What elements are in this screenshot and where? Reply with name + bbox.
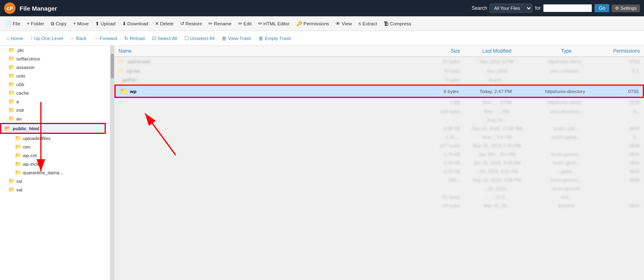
table-row[interactable]: Aug 19...: [114, 116, 644, 124]
sidebar-item-val[interactable]: 📁 val: [0, 185, 106, 194]
table-row[interactable]: 118 bytes Sep..., ...PM unix-directory..…: [114, 107, 644, 116]
settings-button[interactable]: ⚙ Settings: [612, 4, 640, 12]
file-button[interactable]: 📄File: [2, 19, 23, 28]
sidebar-item-wp-includ[interactable]: 📁 wp-includ: [0, 160, 106, 168]
home-button[interactable]: ⌂ Home: [3, 34, 27, 42]
edit-button[interactable]: ✏Edit: [235, 19, 255, 28]
folder-open-icon: 📂: [4, 125, 11, 131]
sidebar-item-u5b[interactable]: 📁 u5b: [0, 80, 106, 89]
restore-button[interactable]: ↺Restore: [177, 19, 205, 28]
column-header-permissions[interactable]: Permissions: [599, 48, 640, 54]
column-header-type[interactable]: Type: [534, 48, 599, 54]
table-row[interactable]: 📁cgi-bin 9 bytes Nov 2019 unix-common...…: [114, 67, 644, 76]
sidebar-item-label: a: [16, 99, 19, 104]
table-row[interactable]: 1.73 KB Jan 200... 5:0 PM text/x-generi.…: [114, 150, 644, 159]
sidebar-item-public-html[interactable]: 📂 public_html: [0, 123, 106, 134]
move-button[interactable]: +Move: [70, 19, 92, 28]
table-row[interactable]: ...getFile... 3 bytes Aug 8...: [114, 76, 644, 84]
sidebar-item-quarantine[interactable]: 📁 quarantine_dama...: [0, 168, 106, 177]
upload-button[interactable]: ⬆Upload: [92, 19, 118, 28]
forward-button[interactable]: → Forward: [91, 34, 121, 42]
file-list: 📁.well-known 26 bytes Mar 2019, 8 PM htt…: [114, 57, 644, 280]
download-icon: ⬇: [122, 21, 126, 27]
back-button[interactable]: ← Back: [67, 34, 90, 42]
sidebar-item-uploadedfiles[interactable]: 📁 uploadedfiles: [0, 134, 106, 142]
table-row[interactable]: 1.43 KB Jun 25, 2019, 3:19 AM text/x-gen…: [114, 159, 644, 167]
sidebar-item-wp-cnt[interactable]: 📁 wp-cnt: [0, 151, 106, 160]
compress-icon: 🗜: [384, 21, 389, 27]
table-row[interactable]: 59 bytes Mar 18, 20... text/xml 0644: [114, 202, 644, 210]
permissions-icon: 🔑: [296, 21, 302, 27]
table-row[interactable]: 1.35 ... Nov..., 3:4 PM text/x-genet... …: [114, 133, 644, 142]
sidebar-item-label: assassin: [16, 65, 35, 70]
table-row-wp[interactable]: 📁 wp 6 bytes Today, 2:47 PM httpd/unix-d…: [114, 84, 644, 98]
folder-plus-icon: +: [27, 21, 30, 27]
table-row[interactable]: 📁 1 KB Nov..., ...3 PM httpd/unix-direct…: [114, 98, 644, 107]
sidebar-item-unts[interactable]: 📁 unts: [0, 71, 106, 80]
table-row[interactable]: 230... May 12, 2019, 3:08 PM text/x-gene…: [114, 176, 644, 184]
home-icon: ⌂: [7, 36, 9, 41]
delete-button[interactable]: ✕Delete: [152, 19, 177, 28]
up-one-level-button[interactable]: ↑ Up One Level: [27, 34, 66, 42]
view-icon: 👁: [335, 21, 340, 27]
sidebar-item-label: indr: [16, 108, 24, 113]
sidebar-item-softaculous[interactable]: 📁 softaculous: [0, 54, 106, 63]
table-row[interactable]: 📁.well-known 26 bytes Mar 2019, 8 PM htt…: [114, 57, 644, 67]
folder-icon: 📁: [119, 68, 124, 74]
folder-icon: 📁: [8, 81, 15, 87]
column-header-size[interactable]: Size: [419, 48, 460, 54]
forward-icon: →: [94, 36, 99, 41]
view-button[interactable]: 👁View: [333, 19, 355, 28]
table-row[interactable]: ...16, 2019... text/x-generic: [114, 184, 644, 193]
move-icon: +: [73, 21, 76, 27]
search-input[interactable]: [543, 4, 592, 12]
sidebar-item-label: cache: [16, 91, 29, 96]
search-scope-select[interactable]: All Your Files Filename Only File Conten…: [490, 4, 532, 13]
empty-trash-button[interactable]: 🗑 Empty Trash: [255, 34, 295, 42]
main-layout: 📁 .pki 📁 softaculous 📁 assassin 📁 unts 📁…: [0, 46, 644, 280]
rename-icon: ✏: [208, 21, 212, 27]
folder-icon: 📁: [119, 100, 124, 105]
sidebar-item-label: uploadedfiles: [23, 136, 51, 141]
sidebar-item-indr[interactable]: 📁 indr: [0, 106, 106, 114]
folder-icon: 📁: [15, 144, 21, 150]
extract-button[interactable]: ⎋Extract: [356, 19, 380, 28]
rename-button[interactable]: ✏Rename: [206, 19, 234, 28]
folder-icon: 📁: [120, 87, 128, 95]
go-button[interactable]: Go: [595, 4, 609, 12]
sidebar-item-cache[interactable]: 📁 cache: [0, 89, 106, 97]
app-title: File Manager: [20, 5, 57, 12]
up-icon: ↑: [31, 36, 33, 41]
sidebar-item-an[interactable]: 📁 an: [0, 114, 106, 123]
sidebar-item-label: public_html: [13, 126, 39, 131]
column-header-name[interactable]: Name: [119, 48, 419, 54]
sidebar-item-a[interactable]: 📁 a: [0, 97, 106, 106]
copy-button[interactable]: ⧉Copy: [48, 19, 69, 28]
view-trash-button[interactable]: 🗑 View Trash: [219, 34, 255, 42]
sidebar-item-nim[interactable]: 📁 nim: [0, 142, 106, 151]
sidebar-item-ssl[interactable]: 📁 ssl: [0, 177, 106, 185]
sidebar-item-assassin[interactable]: 📁 assassin: [0, 63, 106, 71]
extract-icon: ⎋: [358, 21, 361, 27]
sidebar-item-label: val: [16, 187, 22, 192]
folder-button[interactable]: +Folder: [24, 19, 47, 28]
select-all-button[interactable]: ☑ Select All: [149, 34, 180, 43]
cpanel-logo: cP: [4, 2, 16, 14]
unselect-all-button[interactable]: ☐ Unselect All: [181, 34, 218, 43]
reload-button[interactable]: ↻ Reload: [121, 34, 148, 43]
sidebar-item-pki[interactable]: 📁 .pki: [0, 46, 106, 54]
upload-icon: ⬆: [95, 21, 99, 27]
folder-icon: 📁: [8, 98, 15, 104]
table-row[interactable]: 2.19 KB ...29, 2019, 8:21 AM ...gene... …: [114, 167, 644, 176]
table-row[interactable]: 107 bytes May 15, 2019, 5:55 PM 0006: [114, 142, 644, 150]
column-header-modified[interactable]: Last Modified: [460, 48, 534, 54]
navbar: ⌂ Home ↑ Up One Level ← Back → Forward ↻…: [0, 31, 644, 46]
download-button[interactable]: ⬇Download: [119, 19, 151, 28]
table-row[interactable]: 3.08 KB Sep 24, 2020, 11:06 AM text/x-uu…: [114, 124, 644, 133]
table-row[interactable]: 51 bytes ..., ...11:2... text...: [114, 193, 644, 202]
compress-button[interactable]: 🗜Compress: [381, 19, 414, 28]
html-editor-button[interactable]: ✏HTML Editor: [255, 19, 293, 28]
folder-icon: 📁: [15, 135, 21, 141]
folder-icon: 📁: [8, 73, 15, 79]
permissions-button[interactable]: 🔑Permissions: [293, 19, 332, 28]
